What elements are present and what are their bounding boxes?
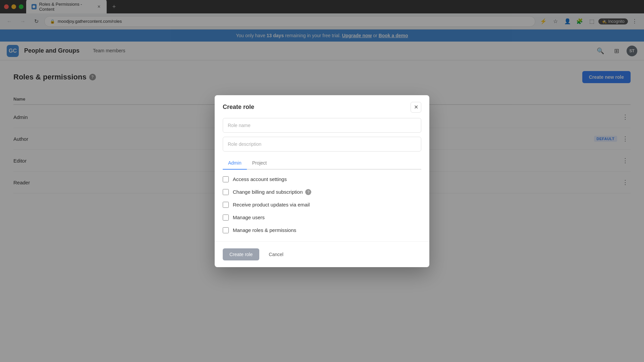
receive-updates-label: Receive product updates via email (233, 202, 310, 207)
manage-roles-label: Manage roles & permissions (233, 227, 296, 233)
permission-change-billing: Change billing and subscription ? (223, 189, 421, 195)
access-account-checkbox[interactable] (223, 176, 229, 182)
role-description-input[interactable] (223, 137, 421, 152)
change-billing-label: Change billing and subscription ? (233, 189, 311, 195)
manage-users-checkbox[interactable] (223, 215, 229, 221)
modal-overlay[interactable]: Create role ✕ Admin Project Access (0, 0, 644, 362)
browser-window: Roles & Permissions - Content ✕ + ← → ↻ … (0, 0, 644, 362)
billing-info-icon[interactable]: ? (305, 189, 311, 195)
create-role-modal: Create role ✕ Admin Project Access (215, 95, 429, 267)
tab-project[interactable]: Project (247, 157, 272, 170)
permissions-list: Access account settings Change billing a… (223, 176, 421, 233)
modal-tabs: Admin Project (223, 157, 421, 170)
modal-body: Admin Project Access account settings Ch… (215, 118, 429, 241)
tab-admin[interactable]: Admin (223, 157, 247, 170)
permission-manage-users: Manage users (223, 215, 421, 221)
change-billing-checkbox[interactable] (223, 189, 229, 195)
role-name-field (223, 118, 421, 133)
manage-users-label: Manage users (233, 215, 265, 220)
modal-header: Create role ✕ (215, 95, 429, 118)
modal-close-button[interactable]: ✕ (411, 102, 421, 113)
manage-roles-checkbox[interactable] (223, 227, 229, 233)
permission-receive-updates: Receive product updates via email (223, 202, 421, 208)
permission-access-account: Access account settings (223, 176, 421, 182)
access-account-label: Access account settings (233, 176, 287, 182)
role-name-input[interactable] (223, 118, 421, 133)
receive-updates-checkbox[interactable] (223, 202, 229, 208)
create-role-submit-button[interactable]: Create role (223, 248, 259, 260)
modal-footer: Create role Cancel (215, 241, 429, 267)
permission-manage-roles: Manage roles & permissions (223, 227, 421, 233)
modal-title: Create role (223, 104, 254, 111)
role-description-field (223, 137, 421, 152)
cancel-button[interactable]: Cancel (263, 248, 289, 260)
